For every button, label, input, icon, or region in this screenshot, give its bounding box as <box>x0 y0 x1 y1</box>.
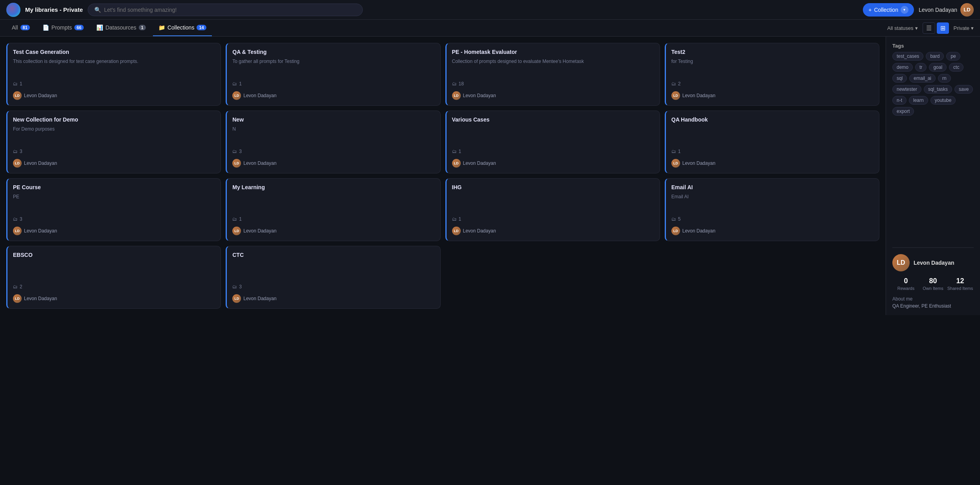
card-author: LD Levon Dadayan <box>671 91 873 100</box>
tag-pill[interactable]: tr <box>915 63 927 72</box>
card-desc <box>452 194 654 202</box>
list-view-button[interactable]: ☰ <box>923 22 935 34</box>
own-items-value: 80 <box>919 277 947 285</box>
collection-card[interactable]: QA & Testing To gather all prompts for T… <box>226 43 440 106</box>
folder-icon: 🗂 <box>13 149 18 154</box>
tag-pill[interactable]: demo <box>892 63 913 72</box>
tag-pill[interactable]: email_ai <box>909 74 936 83</box>
folder-icon: 🗂 <box>671 149 676 154</box>
collection-card[interactable]: EBSCO 🗂 2 LD Levon Dadayan <box>6 246 221 309</box>
user-name: Levon Dadayan <box>919 7 957 13</box>
stats-row: 0 Rewards 80 Own Items 12 Shared Items <box>892 277 974 291</box>
chevron-down-icon: ▾ <box>915 25 918 31</box>
tab-prompts[interactable]: 📄 Prompts 66 <box>37 20 89 36</box>
own-items-label: Own Items <box>919 286 947 291</box>
folder-icon: 🗂 <box>232 149 237 154</box>
tab-datasources[interactable]: 📊 Datasources 1 <box>91 20 151 36</box>
view-toggles: ☰ ⊞ <box>923 22 949 34</box>
card-author: LD Levon Dadayan <box>13 227 215 235</box>
status-filter-label: All statuses <box>887 25 913 31</box>
collection-card[interactable]: My Learning 🗂 1 LD Levon Dadayan <box>226 178 440 241</box>
author-avatar: LD <box>452 159 461 168</box>
card-title: QA Handbook <box>671 116 873 123</box>
tags-title: Tags <box>892 43 974 49</box>
author-avatar: LD <box>232 159 241 168</box>
profile-avatar: LD <box>892 254 910 271</box>
status-filter[interactable]: All statuses ▾ <box>887 25 917 31</box>
folder-icon: 🗂 <box>13 81 18 87</box>
collection-card[interactable]: CTC 🗂 3 LD Levon Dadayan <box>226 246 440 309</box>
tag-pill[interactable]: pe <box>946 52 960 61</box>
author-avatar: LD <box>13 227 22 235</box>
tag-pill[interactable]: test_cases <box>892 52 923 61</box>
profile-section: LD Levon Dadayan 0 Rewards 80 Own Items … <box>892 247 974 309</box>
collection-card[interactable]: Test Case Generation This collection is … <box>6 43 221 106</box>
folder-icon: 🗂 <box>452 216 457 222</box>
card-desc: Email AI <box>671 194 873 202</box>
add-collection-button[interactable]: + Collection ▾ <box>863 3 914 17</box>
folder-icon: 🗂 <box>452 81 457 87</box>
card-count: 3 <box>239 284 242 290</box>
author-avatar: LD <box>671 91 680 100</box>
collection-card[interactable]: PE Course PE 🗂 3 LD Levon Dadayan <box>6 178 221 241</box>
author-name: Levon Dadayan <box>24 296 57 301</box>
card-author: LD Levon Dadayan <box>13 91 215 100</box>
collection-card[interactable]: New N 🗂 3 LD Levon Dadayan <box>226 111 440 173</box>
about-me-text: QA Engineer, PE Enthusiast <box>892 303 974 309</box>
collection-card[interactable]: New Collection for Demo For Demo purpose… <box>6 111 221 173</box>
author-avatar: LD <box>671 159 680 168</box>
tag-pill[interactable]: newtester <box>892 85 921 94</box>
tag-pill[interactable]: ctc <box>949 63 963 72</box>
card-desc <box>671 126 873 134</box>
tag-pill[interactable]: learn <box>909 96 928 105</box>
author-name: Levon Dadayan <box>682 160 715 166</box>
author-avatar: LD <box>452 91 461 100</box>
tag-pill[interactable]: sql <box>892 74 907 83</box>
card-desc: PE <box>13 194 215 202</box>
tag-pill[interactable]: export <box>892 107 914 116</box>
card-title: New Collection for Demo <box>13 116 215 123</box>
add-icon: + <box>868 7 872 13</box>
profile-header: LD Levon Dadayan <box>892 254 974 271</box>
tag-pill[interactable]: sql_tasks <box>924 85 952 94</box>
card-count: 3 <box>20 216 22 222</box>
folder-icon: 🗂 <box>671 216 676 222</box>
card-count: 1 <box>459 149 462 154</box>
collection-card[interactable]: QA Handbook 🗂 1 LD Levon Dadayan <box>665 111 879 173</box>
search-icon: 🔍 <box>94 7 101 13</box>
folder-icon: 🗂 <box>13 284 18 290</box>
card-count: 18 <box>459 81 464 87</box>
card-title: EBSCO <box>13 252 215 258</box>
avatar-initials: LD <box>963 7 970 13</box>
search-input[interactable] <box>104 7 356 13</box>
tag-pill[interactable]: save <box>954 85 973 94</box>
card-count: 2 <box>678 81 681 87</box>
collection-card[interactable]: Various Cases 🗂 1 LD Levon Dadayan <box>445 111 660 173</box>
card-author: LD Levon Dadayan <box>452 227 654 235</box>
card-count: 2 <box>20 284 22 290</box>
user-info[interactable]: Levon Dadayan LD <box>919 3 974 17</box>
tag-pill[interactable]: n-t <box>892 96 906 105</box>
collection-card[interactable]: IHG 🗂 1 LD Levon Dadayan <box>445 178 660 241</box>
author-avatar: LD <box>13 159 22 168</box>
chevron-down-icon[interactable]: ▾ <box>901 6 908 14</box>
author-avatar: LD <box>13 91 22 100</box>
author-avatar: LD <box>13 294 22 303</box>
card-author: LD Levon Dadayan <box>232 227 434 235</box>
main-layout: Test Case Generation This collection is … <box>0 37 980 315</box>
folder-icon: 🗂 <box>452 149 457 154</box>
tag-pill[interactable]: youtube <box>930 96 956 105</box>
tab-collections[interactable]: 📁 Collections 14 <box>153 20 212 36</box>
collection-card[interactable]: Test2 for Testing 🗂 2 LD Levon Dadayan <box>665 43 879 106</box>
collection-card[interactable]: PE - Hometask Evaluator Collection of pr… <box>445 43 660 106</box>
datasource-icon: 📊 <box>96 24 103 31</box>
privacy-filter[interactable]: Private ▾ <box>954 25 974 31</box>
tab-all[interactable]: All 81 <box>6 20 35 36</box>
tag-pill[interactable]: rn <box>938 74 951 83</box>
tag-pill[interactable]: goal <box>929 63 947 72</box>
search-bar[interactable]: 🔍 <box>88 4 363 16</box>
tag-pill[interactable]: bard <box>926 52 944 61</box>
collection-card[interactable]: Email AI Email AI 🗂 5 LD Levon Dadayan <box>665 178 879 241</box>
grid-view-button[interactable]: ⊞ <box>937 22 949 34</box>
card-meta: 🗂 1 <box>671 149 873 154</box>
